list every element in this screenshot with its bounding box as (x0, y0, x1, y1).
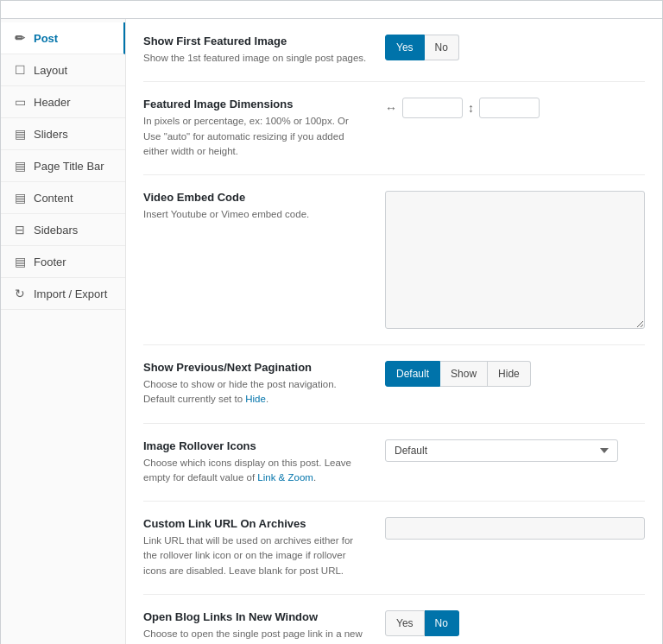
sidebar-item-sliders[interactable]: ▤Sliders (1, 118, 125, 150)
sidebar-item-sidebars[interactable]: ⊟Sidebars (1, 214, 125, 246)
sidebar-item-content[interactable]: ▤Content (1, 182, 125, 214)
section-label-featured-image-dimensions: Featured Image DimensionsIn pixels or pe… (143, 98, 368, 159)
section-control-image-rollover-icons: DefaultLinkZoomLink & ZoomNone (385, 439, 645, 462)
sidebar-item-layout[interactable]: ☐Layout (1, 54, 125, 86)
panel-header (1, 1, 662, 19)
footer-icon: ▤ (13, 255, 27, 268)
dropdown-image-rollover-icons[interactable]: DefaultLinkZoomLink & ZoomNone (385, 439, 618, 462)
sliders-icon: ▤ (13, 127, 27, 141)
section-control-video-embed-code (385, 191, 645, 329)
width-input[interactable] (402, 98, 463, 118)
sidebar: ✏Post☐Layout▭Header▤Sliders▤Page Title B… (1, 19, 126, 644)
show-button-show-prev-next-pagination[interactable]: Show (440, 361, 488, 387)
yes-button-show-first-featured-image[interactable]: Yes (385, 35, 425, 60)
yes-no-group-show-first-featured-image: YesNo (385, 35, 459, 60)
dim-group-featured-image-dimensions: ↔↕ (385, 98, 540, 118)
page-title-bar-icon: ▤ (13, 159, 27, 173)
section-desc-show-prev-next-pagination: Choose to show or hide the post navigati… (143, 377, 368, 407)
hide-button-show-prev-next-pagination[interactable]: Hide (488, 361, 531, 387)
default-button-show-prev-next-pagination[interactable]: Default (385, 361, 440, 387)
width-icon: ↔ (385, 101, 397, 115)
header-icon: ▭ (13, 95, 27, 109)
section-featured-image-dimensions: Featured Image DimensionsIn pixels or pe… (143, 82, 645, 175)
import-export-icon: ↻ (13, 287, 27, 300)
section-label-open-blog-links: Open Blog Links In New WindowChoose to o… (143, 610, 368, 644)
section-desc-link-show-prev-next-pagination[interactable]: Hide (245, 394, 266, 404)
no-button-show-first-featured-image[interactable]: No (425, 35, 459, 60)
content-label: Content (34, 192, 73, 205)
fusion-page-options-panel: ✏Post☐Layout▭Header▤Sliders▤Page Title B… (0, 0, 663, 644)
header-label: Header (34, 96, 71, 109)
import-export-label: Import / Export (34, 287, 107, 300)
section-title-featured-image-dimensions: Featured Image Dimensions (143, 98, 368, 110)
section-desc-featured-image-dimensions: In pixels or percentage, ex: 100% or 100… (143, 114, 368, 159)
post-label: Post (34, 32, 58, 45)
text-input-custom-link-url[interactable] (385, 517, 645, 540)
footer-label: Footer (34, 256, 66, 268)
no-button-open-blog-links[interactable]: No (425, 610, 459, 636)
section-control-custom-link-url (385, 517, 645, 540)
section-label-image-rollover-icons: Image Rollover IconsChoose which icons d… (143, 439, 368, 486)
yes-no-group-open-blog-links: YesNo (385, 610, 459, 636)
section-image-rollover-icons: Image Rollover IconsChoose which icons d… (143, 424, 645, 502)
height-icon: ↕ (468, 101, 474, 115)
embed-textarea-video-embed-code[interactable] (385, 191, 645, 329)
panel-body: ✏Post☐Layout▭Header▤Sliders▤Page Title B… (1, 19, 662, 644)
dropdown-wrapper-image-rollover-icons: DefaultLinkZoomLink & ZoomNone (385, 439, 618, 462)
dsf-group-show-prev-next-pagination: DefaultShowHide (385, 361, 531, 387)
sidebar-item-post[interactable]: ✏Post (1, 22, 125, 54)
section-control-show-first-featured-image: YesNo (385, 35, 645, 60)
sidebars-icon: ⊟ (13, 223, 27, 237)
section-title-image-rollover-icons: Image Rollover Icons (143, 439, 368, 452)
section-title-open-blog-links: Open Blog Links In New Window (143, 610, 368, 623)
section-label-show-prev-next-pagination: Show Previous/Next PaginationChoose to s… (143, 361, 368, 407)
layout-label: Layout (34, 64, 67, 77)
section-title-show-first-featured-image: Show First Featured Image (143, 35, 368, 47)
section-title-show-prev-next-pagination: Show Previous/Next Pagination (143, 361, 368, 374)
page-title-bar-label: Page Title Bar (34, 160, 104, 173)
height-input[interactable] (479, 98, 540, 118)
section-title-video-embed-code: Video Embed Code (143, 191, 368, 204)
section-open-blog-links: Open Blog Links In New WindowChoose to o… (143, 595, 645, 644)
section-desc-show-first-featured-image: Show the 1st featured image on single po… (143, 51, 368, 66)
section-control-open-blog-links: YesNo (385, 610, 645, 636)
section-desc-video-embed-code: Insert Youtube or Vimeo embed code. (143, 207, 368, 222)
layout-icon: ☐ (13, 63, 27, 77)
section-desc-open-blog-links: Choose to open the single post page link… (143, 627, 368, 644)
main-content: Show First Featured ImageShow the 1st fe… (126, 19, 662, 644)
yes-button-open-blog-links[interactable]: Yes (385, 610, 425, 636)
section-custom-link-url: Custom Link URL On ArchivesLink URL that… (143, 502, 645, 595)
sidebar-item-header[interactable]: ▭Header (1, 86, 125, 118)
sidebars-label: Sidebars (34, 224, 78, 237)
section-control-show-prev-next-pagination: DefaultShowHide (385, 361, 645, 387)
section-label-custom-link-url: Custom Link URL On ArchivesLink URL that… (143, 517, 368, 578)
sliders-label: Sliders (34, 128, 68, 141)
section-show-prev-next-pagination: Show Previous/Next PaginationChoose to s… (143, 345, 645, 424)
section-desc-link-image-rollover-icons[interactable]: Link & Zoom (257, 472, 313, 483)
post-icon: ✏ (13, 31, 27, 45)
section-label-show-first-featured-image: Show First Featured ImageShow the 1st fe… (143, 35, 368, 66)
section-desc-custom-link-url: Link URL that will be used on archives e… (143, 534, 368, 578)
content-icon: ▤ (13, 191, 27, 205)
sidebar-item-page-title-bar[interactable]: ▤Page Title Bar (1, 150, 125, 182)
sidebar-item-import-export[interactable]: ↻Import / Export (1, 278, 125, 310)
section-control-featured-image-dimensions: ↔↕ (385, 98, 645, 118)
sidebar-item-footer[interactable]: ▤Footer (1, 246, 125, 278)
section-label-video-embed-code: Video Embed CodeInsert Youtube or Vimeo … (143, 191, 368, 222)
section-video-embed-code: Video Embed CodeInsert Youtube or Vimeo … (143, 175, 645, 345)
section-desc-image-rollover-icons: Choose which icons display on this post.… (143, 456, 368, 486)
section-show-first-featured-image: Show First Featured ImageShow the 1st fe… (143, 19, 645, 82)
section-title-custom-link-url: Custom Link URL On Archives (143, 517, 368, 530)
